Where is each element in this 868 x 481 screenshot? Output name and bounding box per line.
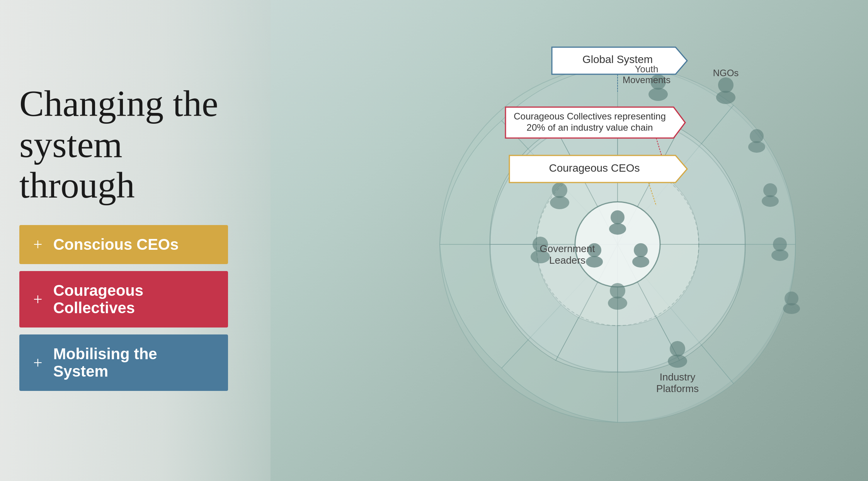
accordion-item-conscious-ceos[interactable]: + Conscious CEOs: [19, 225, 228, 264]
accordion-item-mobilising-system[interactable]: + Mobilising the System: [19, 334, 228, 391]
accordion-header-gold[interactable]: + Conscious CEOs: [19, 225, 228, 264]
svg-point-8: [586, 256, 603, 268]
svg-text:Courageous CEOs: Courageous CEOs: [549, 162, 640, 174]
svg-text:Platforms: Platforms: [656, 383, 699, 394]
svg-point-17: [763, 183, 777, 197]
accordion-label-mobilising-system: Mobilising the System: [53, 345, 214, 380]
diagram-svg: Global System Courageous Collectives rep…: [270, 28, 849, 453]
plus-icon-red: +: [33, 291, 43, 307]
svg-point-21: [610, 283, 625, 298]
svg-text:Leaders: Leaders: [549, 254, 585, 266]
svg-point-14: [716, 91, 735, 104]
government-leaders-label: Government: [540, 243, 595, 254]
svg-point-15: [750, 129, 764, 143]
svg-text:20% of an industry value chain: 20% of an industry value chain: [527, 122, 653, 133]
svg-point-9: [634, 243, 648, 257]
svg-point-16: [748, 141, 765, 153]
industry-platforms-label: Industry: [660, 371, 696, 383]
main-content: Changing the system through + Conscious …: [0, 0, 868, 481]
plus-icon-gold: +: [33, 236, 43, 252]
svg-point-13: [718, 77, 734, 93]
svg-text:Movements: Movements: [623, 75, 671, 85]
svg-point-12: [648, 88, 668, 101]
accordion-header-red[interactable]: + Courageous Collectives: [19, 271, 228, 327]
ngos-label: NGOs: [713, 68, 739, 78]
left-panel: Changing the system through + Conscious …: [0, 60, 251, 421]
svg-point-5: [611, 210, 625, 224]
svg-point-18: [762, 195, 779, 207]
svg-text:Courageous Collectives represe: Courageous Collectives representing: [514, 111, 666, 121]
svg-point-20: [771, 249, 788, 261]
plus-icon-blue: +: [33, 355, 43, 371]
accordion-label-conscious-ceos: Conscious CEOs: [53, 236, 179, 253]
accordion-item-courageous-collectives[interactable]: + Courageous Collectives: [19, 271, 228, 327]
svg-point-26: [550, 196, 569, 209]
accordion-label-courageous-collectives: Courageous Collectives: [53, 282, 214, 317]
svg-point-22: [608, 297, 627, 310]
svg-point-24: [668, 355, 687, 368]
diagram-section: Global System Courageous Collectives rep…: [251, 0, 868, 481]
page-title: Changing the system through: [19, 83, 228, 206]
youth-movements-label: Youth: [635, 64, 659, 74]
svg-point-23: [670, 341, 685, 356]
accordion-header-blue[interactable]: + Mobilising the System: [19, 334, 228, 391]
svg-point-25: [552, 183, 567, 198]
svg-point-6: [609, 223, 626, 235]
svg-point-10: [632, 256, 649, 268]
svg-point-19: [773, 237, 787, 251]
svg-point-30: [783, 303, 800, 314]
